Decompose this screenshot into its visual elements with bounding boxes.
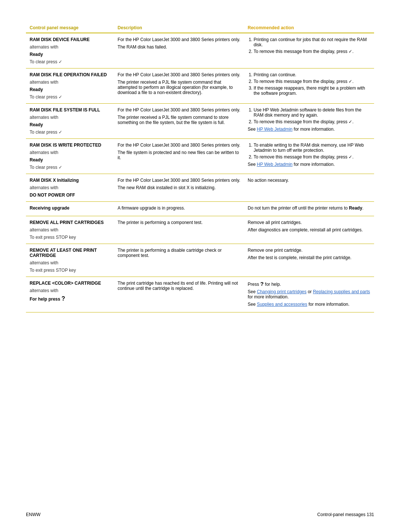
action-list-item: Printing can continue for jobs that do n… <box>254 37 370 47</box>
description-text: The printer is performing a component te… <box>118 220 240 225</box>
message-cell: RAM DISK X Initializingalternates withDO… <box>26 174 114 202</box>
message-text: alternates with <box>30 260 110 265</box>
page-content: Control panel message Description Recomm… <box>0 0 400 342</box>
message-text: alternates with <box>30 227 110 232</box>
action-text: Do not turn the printer off until the pr… <box>248 205 370 211</box>
table-row: REPLACE <COLOR> CARTRIDGEalternates with… <box>26 277 374 312</box>
action-list-item: To remove this message from the display,… <box>254 49 370 54</box>
message-text: alternates with <box>30 185 110 190</box>
message-cell: Receiving upgrade <box>26 202 114 216</box>
action-list: To enable writing to the RAM disk memory… <box>248 143 370 160</box>
description-cell: The printer is performing a disable cart… <box>114 244 244 277</box>
action-cell: Printing can continue.To remove this mes… <box>244 68 374 104</box>
description-text: The printer is performing a disable cart… <box>118 248 240 258</box>
message-text: To clear press ✓ <box>30 130 110 135</box>
message-cell: RAM DISK FILE OPERATION FAILEDalternates… <box>26 68 114 104</box>
action-link-text: See HP Web Jetadmin for more information… <box>248 127 370 132</box>
message-text: To exit press STOP key <box>30 235 110 240</box>
description-cell: For the HP Color LaserJet 3000 and 3800 … <box>114 174 244 202</box>
description-text: The printer received a PJL file system c… <box>118 80 240 95</box>
description-text: The print cartridge has reached its end … <box>118 281 240 291</box>
action-cell: Do not turn the printer off until the pr… <box>244 202 374 216</box>
footer-right: Control-panel messages 131 <box>317 512 374 517</box>
action-list: Printing can continue.To remove this mes… <box>248 72 370 96</box>
message-text: RAM DISK FILE OPERATION FAILED <box>30 72 110 77</box>
action-list-item: To remove this message from the display,… <box>254 79 370 84</box>
description-text: The new RAM disk installed in slot X is … <box>118 185 240 190</box>
description-text: For the HP Color LaserJet 3000 and 3800 … <box>118 107 240 113</box>
table-row: RAM DISK DEVICE FAILUREalternates withRe… <box>26 33 374 68</box>
table-row: REMOVE AT LEAST ONE PRINT CARTRIDGEalter… <box>26 244 374 277</box>
message-cell: RAM DISK DEVICE FAILUREalternates withRe… <box>26 33 114 68</box>
action-list-item: To remove this message from the display,… <box>254 154 370 160</box>
message-text: To exit press STOP key <box>30 268 110 273</box>
action-link2[interactable]: Replacing supplies and parts <box>313 289 370 294</box>
action-cell: To enable writing to the RAM disk memory… <box>244 139 374 174</box>
action-cell: Printing can continue for jobs that do n… <box>244 33 374 68</box>
action-list-item: Printing can continue. <box>254 72 370 77</box>
action-link[interactable]: HP Web Jetadmin <box>257 162 292 167</box>
table-row: REMOVE ALL PRINT CARTRIDGESalternates wi… <box>26 216 374 244</box>
message-text: RAM DISK FILE SYSTEM IS FULL <box>30 107 110 113</box>
message-text: Ready <box>30 122 110 127</box>
description-text: For the HP Color LaserJet 3000 and 3800 … <box>118 143 240 148</box>
description-text: The printer received a PJL file system c… <box>118 115 240 125</box>
description-text: A firmware upgrade is in progress. <box>118 205 240 211</box>
message-cell: REPLACE <COLOR> CARTRIDGEalternates with… <box>26 277 114 312</box>
action-text: Remove all print cartridges. <box>248 220 370 225</box>
header-col3: Recommended action <box>244 22 374 33</box>
message-text: RAM DISK X Initializing <box>30 178 110 183</box>
message-text: REMOVE AT LEAST ONE PRINT CARTRIDGE <box>30 248 110 258</box>
description-cell: For the HP Color LaserJet 3000 and 3800 … <box>114 33 244 68</box>
message-text: alternates with <box>30 44 110 50</box>
table-row: Receiving upgradeA firmware upgrade is i… <box>26 202 374 216</box>
table-header: Control panel message Description Recomm… <box>26 22 374 33</box>
header-col1: Control panel message <box>26 22 114 33</box>
message-text: alternates with <box>30 115 110 120</box>
message-cell: REMOVE ALL PRINT CARTRIDGESalternates wi… <box>26 216 114 244</box>
description-cell: The printer is performing a component te… <box>114 216 244 244</box>
action-list: Printing can continue for jobs that do n… <box>248 37 370 54</box>
message-text: REPLACE <COLOR> CARTRIDGE <box>30 281 110 286</box>
description-cell: A firmware upgrade is in progress. <box>114 202 244 216</box>
message-text: For help press ? <box>30 295 110 302</box>
description-text: For the HP Color LaserJet 3000 and 3800 … <box>118 37 240 42</box>
action-text: After diagnostics are complete, reinstal… <box>248 227 370 232</box>
description-text: For the HP Color LaserJet 3000 and 3800 … <box>118 72 240 77</box>
action-text: Press ? for help. <box>248 281 370 287</box>
action-list-item: Use HP Web Jetadmin software to delete f… <box>254 107 370 118</box>
message-cell: RAM DISK IS WRITE PROTECTEDalternates wi… <box>26 139 114 174</box>
message-text: To clear press ✓ <box>30 59 110 64</box>
action-text: Remove one print cartridge. <box>248 248 370 253</box>
description-cell: For the HP Color LaserJet 3000 and 3800 … <box>114 104 244 139</box>
message-text: alternates with <box>30 150 110 155</box>
message-text: alternates with <box>30 288 110 293</box>
action-cell: No action necessary. <box>244 174 374 202</box>
action-list-item: To remove this message from the display,… <box>254 119 370 124</box>
table-row: RAM DISK FILE SYSTEM IS FULLalternates w… <box>26 104 374 139</box>
action-cell: Remove one print cartridge.After the tes… <box>244 244 374 277</box>
action-cell: Use HP Web Jetadmin software to delete f… <box>244 104 374 139</box>
action-text: After the test is complete, reinstall th… <box>248 255 370 260</box>
action-list-item: To enable writing to the RAM disk memory… <box>254 143 370 153</box>
footer-left: ENWW <box>26 512 40 517</box>
message-cell: RAM DISK FILE SYSTEM IS FULLalternates w… <box>26 104 114 139</box>
message-text: REMOVE ALL PRINT CARTRIDGES <box>30 220 110 225</box>
message-text: To clear press ✓ <box>30 94 110 100</box>
action-list: Use HP Web Jetadmin software to delete f… <box>248 107 370 124</box>
action-list-item: If the message reappears, there might be… <box>254 86 370 96</box>
message-text: Receiving upgrade <box>30 205 110 211</box>
message-text: Ready <box>30 52 110 57</box>
action-link[interactable]: Changing print cartridges <box>257 289 306 294</box>
main-table: Control panel message Description Recomm… <box>26 22 374 312</box>
table-row: RAM DISK FILE OPERATION FAILEDalternates… <box>26 68 374 104</box>
action-link-text: See Supplies and accessories for more in… <box>248 302 370 307</box>
description-text: The RAM disk has failed. <box>118 44 240 50</box>
table-row: RAM DISK X Initializingalternates withDO… <box>26 174 374 202</box>
message-text: To clear press ✓ <box>30 165 110 170</box>
action-cell: Press ? for help.See Changing print cart… <box>244 277 374 312</box>
action-link[interactable]: HP Web Jetadmin <box>257 127 292 132</box>
message-cell: REMOVE AT LEAST ONE PRINT CARTRIDGEalter… <box>26 244 114 277</box>
action-link[interactable]: Supplies and accessories <box>257 302 307 307</box>
message-text: Ready <box>30 87 110 92</box>
